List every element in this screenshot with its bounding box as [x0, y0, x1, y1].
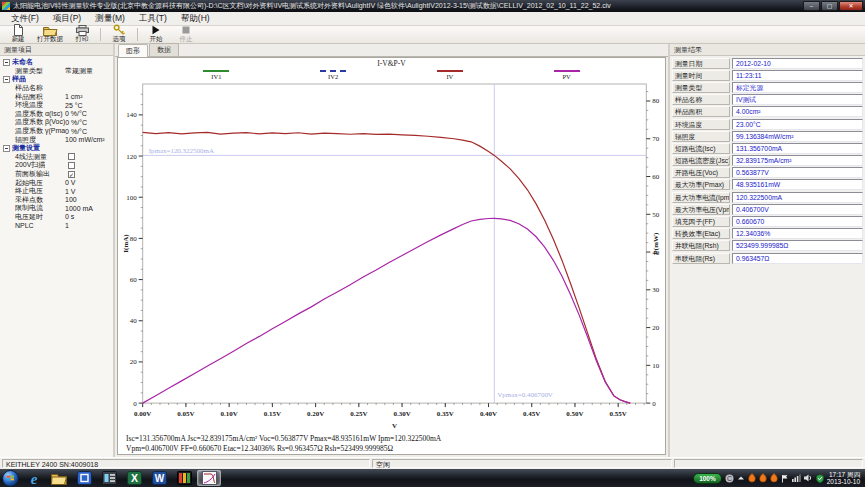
- svg-text:60: 60: [130, 276, 137, 284]
- tree-item-value[interactable]: 0 %/°C: [65, 128, 113, 135]
- tray-hidden-icons-arrow[interactable]: [737, 474, 745, 482]
- tree-item-value[interactable]: 常规测量: [65, 66, 113, 76]
- taskbar-internet-explorer-icon[interactable]: e: [22, 470, 46, 486]
- tree-item-value[interactable]: 0 %/°C: [65, 119, 113, 126]
- checkbox-unchecked[interactable]: [68, 162, 75, 169]
- taskbar-clock[interactable]: 17:17 周四 2013-10-10: [827, 471, 863, 486]
- toolbar-button-new-document[interactable]: 新建: [3, 26, 33, 43]
- close-button[interactable]: ✕: [839, 1, 863, 11]
- result-value[interactable]: 0.963457Ω: [732, 253, 863, 264]
- legend-label: IV1: [211, 73, 221, 80]
- tray-shield-icon[interactable]: [816, 474, 824, 483]
- tray-speaker-icon[interactable]: [804, 474, 813, 482]
- tray-orange-icon[interactable]: [759, 473, 767, 483]
- result-row: 样品面积4.00cm²: [670, 106, 865, 118]
- tray-c-icon[interactable]: C: [725, 474, 734, 483]
- menu-item-5[interactable]: 帮助(H): [174, 12, 217, 25]
- tree-row-item[interactable]: 电压延时0 s: [2, 213, 113, 222]
- tab-图形[interactable]: 图形: [118, 44, 148, 57]
- result-value[interactable]: 标定光源: [732, 82, 863, 93]
- toolbar-button-start[interactable]: 开始: [141, 26, 171, 43]
- result-value[interactable]: 23.00°C: [732, 119, 863, 130]
- menu-item-2[interactable]: 项目(P): [46, 12, 88, 25]
- taskbar-iv-software-icon[interactable]: [197, 470, 221, 486]
- result-value[interactable]: 0.406700V: [732, 204, 863, 215]
- menu-item-3[interactable]: 测量(M): [88, 12, 132, 25]
- result-value[interactable]: 0.563877V: [732, 167, 863, 178]
- toolbar-button-open-folder[interactable]: 打开数据: [33, 26, 67, 43]
- tab-数据[interactable]: 数据: [149, 43, 179, 56]
- result-value[interactable]: 32.839175mA/cm²: [732, 155, 863, 166]
- svg-text:0.05V: 0.05V: [177, 410, 194, 418]
- toolbar-button-printer[interactable]: 打印: [67, 26, 97, 43]
- battery-meter-badge[interactable]: 100%: [693, 473, 722, 484]
- tray-network-icon[interactable]: [792, 474, 801, 482]
- tray-orange-icon[interactable]: [770, 473, 778, 483]
- windows-start-orb[interactable]: [2, 470, 19, 487]
- svg-text:0.40V: 0.40V: [480, 410, 497, 418]
- toolbar-button-key[interactable]: 选项: [104, 26, 134, 43]
- tree-item-value[interactable]: 0 %/°C: [65, 110, 113, 117]
- checkbox-checked[interactable]: ✓: [68, 171, 75, 178]
- tree-item-value[interactable]: 1: [65, 222, 113, 229]
- taskbar-blue-app-icon[interactable]: [72, 470, 96, 486]
- result-value[interactable]: 99.136384mW/cm²: [732, 131, 863, 142]
- measurement-settings-panel: 测量项目 未命名测量类型常规测量样品样品名称样品面积1 cm²环境温度25 °C…: [0, 44, 115, 457]
- tree-item-value[interactable]: 100: [65, 196, 113, 203]
- results-header: 测量结果: [670, 44, 865, 56]
- toolbar-button-label: 打印: [76, 35, 89, 44]
- result-value[interactable]: 4.00cm²: [732, 106, 863, 117]
- minimize-button[interactable]: –: [803, 1, 820, 11]
- collapse-icon[interactable]: [3, 145, 10, 152]
- result-value[interactable]: 523499.999985Ω: [732, 240, 863, 251]
- collapse-icon[interactable]: [3, 59, 10, 66]
- left-panel-header: 测量项目: [0, 44, 113, 56]
- checkbox-unchecked[interactable]: [68, 153, 75, 160]
- result-value[interactable]: 120.322500mA: [732, 192, 863, 203]
- tree-item-value[interactable]: 1 cm²: [65, 93, 113, 100]
- result-value[interactable]: 0.660670: [732, 216, 863, 227]
- result-label: 开路电压(Voc): [672, 167, 730, 178]
- toolbar-button-label: 打开数据: [37, 35, 63, 44]
- tree-item-value[interactable]: 1000 mA: [65, 205, 113, 212]
- result-label: 样品名称: [672, 94, 730, 105]
- taskbar-media-app-icon[interactable]: [97, 470, 121, 486]
- taskbar-word-icon[interactable]: W: [147, 470, 171, 486]
- svg-text:Vpmax=0.406700V: Vpmax=0.406700V: [497, 391, 553, 399]
- tree-item-label: 电压延时: [15, 212, 43, 222]
- svg-text:10: 10: [652, 362, 659, 370]
- result-value[interactable]: 48.935161mW: [732, 179, 863, 190]
- taskbar-file-explorer-icon[interactable]: [47, 470, 71, 486]
- result-value[interactable]: 2012-02-10: [732, 58, 863, 69]
- collapse-icon[interactable]: [3, 76, 10, 83]
- result-value[interactable]: IV测试: [732, 94, 863, 105]
- tree-item-value[interactable]: 100 mW/cm²: [65, 136, 113, 143]
- menu-item-4[interactable]: 工具(T): [132, 12, 174, 25]
- status-state: 空闲: [372, 459, 672, 468]
- tree-item-value[interactable]: 1 V: [65, 188, 113, 195]
- menu-item-1[interactable]: 文件(F): [4, 12, 46, 25]
- svg-text:e: e: [31, 471, 38, 486]
- result-row: 最大功率(Pmax)48.935161mW: [670, 179, 865, 191]
- tree-row-item[interactable]: NPLC1: [2, 221, 113, 230]
- taskbar-stripes-app-icon[interactable]: [172, 470, 196, 486]
- application-window: 太阳能电池IV特性测量软件专业版(北京中教金源科技有限公司)-D:\C区文档\对…: [0, 0, 865, 487]
- result-value[interactable]: 12.34036%: [732, 228, 863, 239]
- result-row: 短路电流密度(Jsc)32.839175mA/cm²: [670, 155, 865, 167]
- result-row: 辐照度99.136384mW/cm²: [670, 130, 865, 142]
- tray-flag-icon[interactable]: [781, 474, 789, 483]
- tree-item-value[interactable]: 0 V: [65, 179, 113, 186]
- svg-text:V: V: [392, 422, 397, 430]
- svg-text:0.00V: 0.00V: [134, 410, 151, 418]
- result-row: 填充因子(FF)0.660670: [670, 215, 865, 227]
- result-value[interactable]: 11:23:11: [732, 70, 863, 81]
- result-value[interactable]: 131.356700mA: [732, 143, 863, 154]
- taskbar-excel-icon[interactable]: X: [122, 470, 146, 486]
- new-document-icon: [13, 25, 24, 35]
- result-row: 转换效率(Etac)12.34036%: [670, 228, 865, 240]
- tree-item-value[interactable]: 0 s: [65, 213, 113, 220]
- tree-item-value[interactable]: 25 °C: [65, 102, 113, 109]
- maximize-button[interactable]: ▢: [821, 1, 838, 11]
- legend-swatch: [320, 70, 346, 72]
- tray-orange-icon[interactable]: [748, 473, 756, 483]
